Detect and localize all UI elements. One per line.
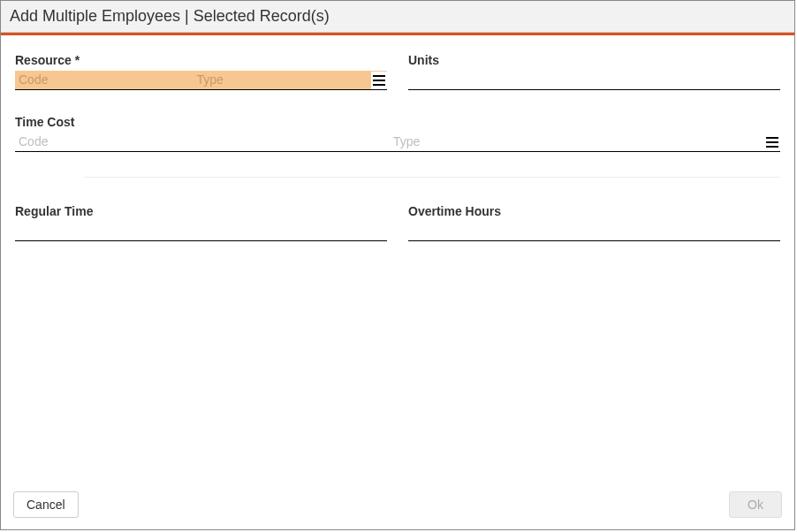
overtime-hours-field: Overtime Hours <box>408 204 780 241</box>
overtime-hours-input[interactable] <box>408 222 780 241</box>
row-regular-overtime: Regular Time Overtime Hours <box>15 204 780 241</box>
resource-lookup-icon[interactable] <box>371 72 387 89</box>
cancel-button[interactable]: Cancel <box>13 491 79 518</box>
time-cost-lookup-icon[interactable] <box>764 133 780 151</box>
dialog-title: Add Multiple Employees | Selected Record… <box>10 7 330 26</box>
regular-time-input[interactable] <box>15 222 387 241</box>
titlebar: Add Multiple Employees | Selected Record… <box>1 1 794 33</box>
row-resource-units: Resource * Units <box>15 53 780 90</box>
resource-field: Resource * <box>15 53 387 90</box>
section-divider <box>84 177 780 178</box>
dialog-footer: Cancel Ok <box>1 489 794 529</box>
ok-button[interactable]: Ok <box>729 491 782 518</box>
overtime-hours-label: Overtime Hours <box>408 204 780 218</box>
resource-lookup[interactable] <box>15 71 387 90</box>
time-cost-field: Time Cost <box>15 115 780 152</box>
dialog-window: Add Multiple Employees | Selected Record… <box>0 0 795 530</box>
resource-code-input[interactable] <box>15 70 194 89</box>
time-cost-label: Time Cost <box>15 115 780 129</box>
resource-type-input[interactable] <box>194 70 372 89</box>
resource-label: Resource * <box>15 53 387 67</box>
time-cost-type-input[interactable] <box>390 132 764 151</box>
dialog-body: Resource * Units Time Cost <box>1 35 794 489</box>
row-time-cost: Time Cost <box>15 115 780 152</box>
units-field: Units <box>408 53 780 90</box>
units-label: Units <box>408 53 780 67</box>
regular-time-label: Regular Time <box>15 204 387 218</box>
time-cost-code-input[interactable] <box>15 132 390 151</box>
time-cost-lookup[interactable] <box>15 133 780 152</box>
regular-time-field: Regular Time <box>15 204 387 241</box>
units-input[interactable] <box>408 71 780 90</box>
